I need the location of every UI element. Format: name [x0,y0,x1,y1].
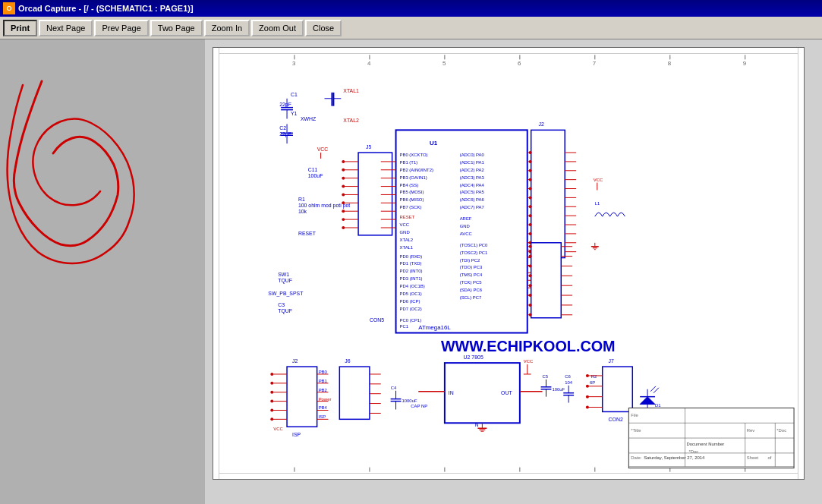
toolbar: Print Next Page Prev Page Two Page Zoom … [0,17,822,39]
svg-text:RESET: RESET [298,231,317,236]
svg-text:10k: 10k [298,209,307,214]
svg-text:SW1: SW1 [278,272,289,277]
prev-page-button[interactable]: Prev Page [94,20,148,36]
svg-point-283 [586,395,589,398]
svg-point-69 [342,201,345,204]
svg-text:PB2: PB2 [319,388,327,392]
svg-text:(TMS) PC4: (TMS) PC4 [460,272,483,277]
zoom-out-button[interactable]: Zoom Out [251,20,304,36]
svg-text:CAP NP: CAP NP [411,405,427,409]
svg-text:(TOSC2) PC1: (TOSC2) PC1 [460,250,488,255]
svg-text:PD4 (OC1B): PD4 (OC1B) [400,284,425,288]
svg-text:WWW.ECHIPKOOL.COM: WWW.ECHIPKOOL.COM [441,338,616,354]
svg-text:J7: J7 [609,358,614,364]
svg-rect-130 [531,130,565,257]
ruler-left [213,48,219,479]
svg-text:C3: C3 [278,302,285,307]
svg-text:PB4 (SS): PB4 (SS) [400,183,419,187]
svg-text:6P: 6P [590,380,595,385]
svg-text:PB7 (SCK): PB7 (SCK) [400,205,422,209]
svg-text:(ADC6) PA6: (ADC6) PA6 [460,197,485,202]
svg-point-219 [270,400,273,403]
two-page-button[interactable]: Two Page [150,20,203,36]
svg-text:(TDI) PC2: (TDI) PC2 [460,258,480,263]
svg-text:File: File [631,413,638,417]
svg-point-147 [529,214,532,217]
svg-text:PB1 (T1): PB1 (T1) [400,160,418,165]
svg-text:CON2: CON2 [609,417,623,422]
svg-rect-276 [603,367,633,411]
svg-text:Date:: Date: [631,455,642,460]
svg-text:PB1: PB1 [319,379,327,383]
title-bar: O Orcad Capture - [/ - (SCHEMATIC1 : PAG… [0,0,822,17]
svg-point-59 [342,160,345,163]
svg-text:XTAL1: XTAL1 [400,245,414,250]
svg-text:Y1: Y1 [291,111,298,116]
svg-point-281 [586,385,589,388]
svg-point-149 [529,223,532,226]
ruler-right [798,48,804,479]
svg-text:(ADC5) PA5: (ADC5) PA5 [460,190,485,194]
svg-text:5: 5 [442,60,446,67]
svg-text:PD3 (INT1): PD3 (INT1) [400,276,423,281]
svg-text:(ADC2) PA2: (ADC2) PA2 [460,168,484,172]
svg-point-139 [529,178,532,181]
svg-point-181 [529,255,532,258]
svg-point-187 [529,284,532,287]
svg-point-73 [342,218,345,221]
title-bar-text: Orcad Capture - [/ - (SCHEMATIC1 : PAGE1… [18,4,194,13]
hand-drawing [0,39,205,504]
svg-point-223 [270,417,273,421]
svg-text:1000uF: 1000uF [402,398,417,403]
svg-text:Document Number: Document Number [687,442,725,446]
svg-text:TQUF: TQUF [278,278,292,284]
next-page-button[interactable]: Next Page [39,20,93,36]
svg-point-185 [529,274,532,277]
svg-text:(SDA) PC6: (SDA) PC6 [460,288,483,292]
svg-text:(ADC0) PA0: (ADC0) PA0 [460,153,485,157]
svg-text:104: 104 [565,380,573,385]
svg-point-65 [342,185,345,188]
svg-text:(ADC1) PA1: (ADC1) PA1 [460,160,484,165]
app-icon: O [3,2,15,14]
svg-text:C2: C2 [279,125,286,131]
svg-text:PC1: PC1 [400,324,409,329]
svg-text:(ADC3) PA3: (ADC3) PA3 [460,175,485,180]
svg-text:PD6 (ICP): PD6 (ICP) [400,299,420,304]
svg-text:D1: D1 [655,403,661,408]
ruler-top [213,48,804,54]
svg-text:L1: L1 [595,201,600,206]
svg-text:PD2 (INT0): PD2 (INT0) [400,269,423,273]
svg-text:*Doc: *Doc [689,449,699,454]
svg-text:PD5 (OC1): PD5 (OC1) [400,291,422,296]
print-button[interactable]: Print [3,20,37,36]
zoom-in-button[interactable]: Zoom In [204,20,250,36]
svg-text:CON5: CON5 [370,317,384,323]
svg-point-221 [270,408,273,411]
close-button[interactable]: Close [305,20,342,36]
svg-text:J2: J2 [292,358,298,364]
svg-point-215 [270,382,273,385]
svg-text:ISP: ISP [292,432,301,437]
svg-text:(TOSC1) PC0: (TOSC1) PC0 [460,243,488,247]
svg-point-63 [342,177,345,180]
svg-text:*Title: *Title [631,428,641,433]
svg-point-143 [529,196,532,199]
svg-text:PB6 (MISO): PB6 (MISO) [400,197,424,202]
svg-text:PB2 (AIN0/INT2): PB2 (AIN0/INT2) [400,168,433,172]
svg-text:Power: Power [319,397,332,402]
svg-point-145 [529,205,532,208]
svg-text:J2: J2 [539,121,544,127]
svg-text:PB3 (OA/IN1): PB3 (OA/IN1) [400,175,427,180]
svg-text:AREF: AREF [460,216,472,221]
svg-text:VCC: VCC [524,359,534,364]
schematic-area[interactable]: 3 4 5 6 7 8 9 [205,39,822,504]
left-panel [0,39,205,504]
schematic-content: 3 4 5 6 7 8 9 [219,54,798,473]
svg-text:(TDO) PC3: (TDO) PC3 [460,265,483,269]
svg-point-285 [586,406,589,409]
svg-text:22pF: 22pF [279,131,291,137]
svg-text:VCC: VCC [400,222,410,227]
svg-point-179 [529,245,532,248]
svg-text:ATmega16L: ATmega16L [418,324,451,331]
